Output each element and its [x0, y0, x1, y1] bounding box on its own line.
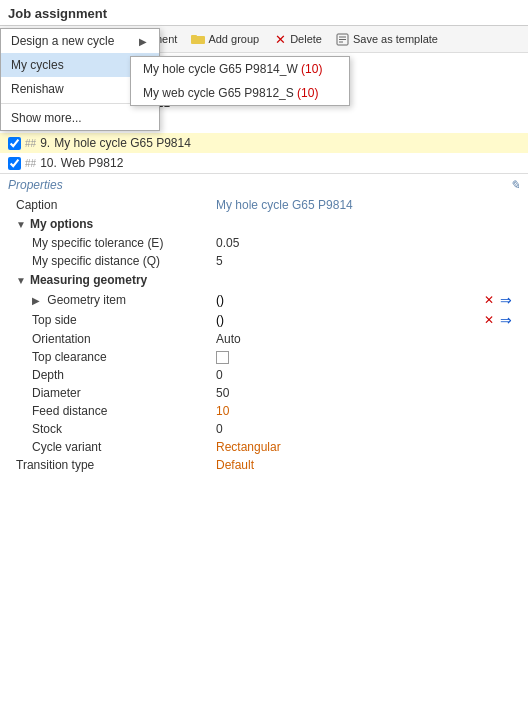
measuring-geometry-label: Measuring geometry: [30, 273, 147, 287]
measuring-geometry-header[interactable]: ▼ Measuring geometry: [8, 270, 520, 290]
properties-section: Properties ✎ Caption My hole cycle G65 P…: [0, 174, 528, 478]
distance-label: My specific distance (Q): [16, 254, 216, 268]
cycle-item-9-label: My hole cycle G65 P9814: [54, 136, 191, 150]
top-side-value-area: () ✕ ⇒: [216, 312, 512, 328]
submenu-web-cycle-label: My web cycle G65 P9812_S: [143, 86, 297, 100]
orientation-label: Orientation: [16, 332, 216, 346]
save-as-template-button[interactable]: Save as template: [330, 30, 444, 48]
properties-header: Properties ✎: [8, 178, 520, 192]
cycle-checkbox-10[interactable]: [8, 157, 21, 170]
tolerance-row: My specific tolerance (E) 0.05: [8, 234, 520, 252]
edit-icon[interactable]: ✎: [510, 178, 520, 192]
top-clearance-checkbox[interactable]: [216, 351, 229, 364]
geometry-item-value: (): [216, 293, 224, 307]
diameter-row: Diameter 50: [8, 384, 520, 402]
delete-button[interactable]: ✕ Delete: [267, 30, 328, 48]
menu-item-show-more[interactable]: Show more...: [1, 106, 159, 130]
menu-item-mycycles-label: My cycles: [11, 58, 64, 72]
menu-item-showmore-label: Show more...: [11, 111, 82, 125]
top-clearance-row: Top clearance: [8, 348, 520, 366]
template-icon: [336, 32, 350, 46]
top-side-label: Top side: [16, 313, 216, 327]
svg-rect-7: [191, 35, 197, 38]
page-header: Job assignment: [0, 0, 528, 26]
geometry-item-clear-icon[interactable]: ✕: [484, 293, 494, 307]
submenu-web-cycle-count: (10): [297, 86, 318, 100]
menu-item-design-new-cycle[interactable]: Design a new cycle ▶: [1, 29, 159, 53]
page-title: Job assignment: [8, 6, 107, 21]
transition-type-value: Default: [216, 458, 512, 472]
top-clearance-value-area: [216, 351, 512, 364]
distance-value: 5: [216, 254, 512, 268]
cycle-item-9-num: 9.: [40, 136, 50, 150]
diameter-label: Diameter: [16, 386, 216, 400]
delete-icon: ✕: [273, 32, 287, 46]
caption-row: Caption My hole cycle G65 P9814: [8, 196, 520, 214]
cycle-item-9[interactable]: ## 9. My hole cycle G65 P9814: [0, 133, 528, 153]
menu-item-design-label: Design a new cycle: [11, 34, 114, 48]
top-side-row: Top side () ✕ ⇒: [8, 310, 520, 330]
stock-label: Stock: [16, 422, 216, 436]
depth-label: Depth: [16, 368, 216, 382]
cycle-item-10-num: 10.: [40, 156, 57, 170]
feed-distance-label: Feed distance: [16, 404, 216, 418]
properties-title: Properties: [8, 178, 63, 192]
geometry-item-row: ▶ Geometry item () ✕ ⇒: [8, 290, 520, 310]
caption-value: My hole cycle G65 P9814: [216, 198, 512, 212]
top-side-clear-icon[interactable]: ✕: [484, 313, 494, 327]
tolerance-label: My specific tolerance (E): [16, 236, 216, 250]
stock-value: 0: [216, 422, 512, 436]
geometry-item-arrow-icon[interactable]: ⇒: [500, 292, 512, 308]
cycle-checkbox-9[interactable]: [8, 137, 21, 150]
depth-value: 0: [216, 368, 512, 382]
submenu-hole-cycle-label: My hole cycle G65 P9814_W: [143, 62, 301, 76]
collapse-triangle: ▼: [16, 219, 26, 230]
dropdown-overlay: Design a new cycle ▶ My cycles ▶ Renisha…: [0, 28, 160, 131]
my-options-header[interactable]: ▼ My options: [8, 214, 520, 234]
submenu-arrow-design: ▶: [139, 36, 147, 47]
distance-row: My specific distance (Q) 5: [8, 252, 520, 270]
submenu-hole-cycle-count: (10): [301, 62, 322, 76]
submenu-item-my-hole-cycle[interactable]: My hole cycle G65 P9814_W (10): [131, 57, 349, 81]
my-options-label: My options: [30, 217, 93, 231]
add-group-button[interactable]: Add group: [185, 30, 265, 48]
menu-item-renishaw-label: Renishaw: [11, 82, 64, 96]
submenu-item-my-web-cycle[interactable]: My web cycle G65 P9812_S (10): [131, 81, 349, 105]
transition-type-label: Transition type: [16, 458, 216, 472]
orientation-row: Orientation Auto: [8, 330, 520, 348]
top-clearance-label: Top clearance: [16, 350, 216, 364]
folder-icon: [191, 32, 205, 46]
geometry-item-value-area: () ✕ ⇒: [216, 292, 512, 308]
top-side-arrow-icon[interactable]: ⇒: [500, 312, 512, 328]
submenu-my-cycles: My hole cycle G65 P9814_W (10) My web cy…: [130, 56, 350, 106]
transition-type-row: Transition type Default: [8, 456, 520, 474]
top-side-value: (): [216, 313, 224, 327]
tolerance-value: 0.05: [216, 236, 512, 250]
feed-distance-value: 10: [216, 404, 512, 418]
feed-distance-row: Feed distance 10: [8, 402, 520, 420]
cycle-variant-label: Cycle variant: [16, 440, 216, 454]
cycle-item-10[interactable]: ## 10. Web P9812: [0, 153, 528, 173]
cycle-variant-value: Rectangular: [216, 440, 512, 454]
collapse-triangle-2: ▼: [16, 275, 26, 286]
cycle-variant-row: Cycle variant Rectangular: [8, 438, 520, 456]
geometry-item-label: ▶ Geometry item: [16, 293, 216, 307]
caption-label: Caption: [16, 198, 216, 212]
diameter-value: 50: [216, 386, 512, 400]
depth-row: Depth 0: [8, 366, 520, 384]
orientation-value: Auto: [216, 332, 512, 346]
stock-row: Stock 0: [8, 420, 520, 438]
cycle-item-10-label: Web P9812: [61, 156, 124, 170]
